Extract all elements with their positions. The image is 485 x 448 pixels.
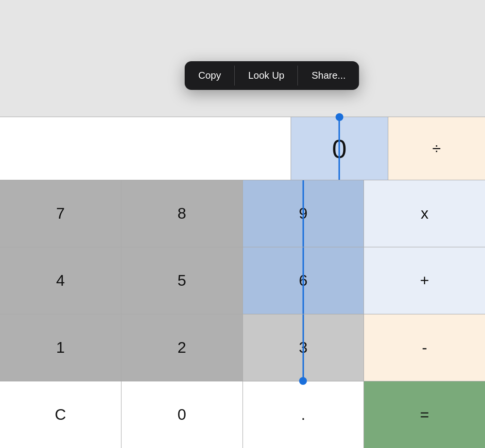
btn-5[interactable]: 5 bbox=[121, 247, 243, 314]
context-menu: Copy Look Up Share... bbox=[185, 61, 359, 90]
btn-row-3: 1 2 3 - bbox=[0, 314, 485, 381]
cursor-line-top bbox=[339, 117, 340, 180]
btn-row-1: 7 8 9 x bbox=[0, 180, 485, 247]
context-menu-arrow bbox=[265, 89, 279, 90]
btn-8[interactable]: 8 bbox=[121, 180, 243, 247]
btn-1[interactable]: 1 bbox=[0, 314, 121, 381]
display-empty bbox=[0, 117, 291, 180]
btn-9[interactable]: 9 bbox=[243, 180, 364, 247]
btn-equals[interactable]: = bbox=[364, 381, 485, 448]
selection-line-3 bbox=[302, 314, 304, 381]
btn-multiply[interactable]: x bbox=[364, 180, 485, 247]
btn-6[interactable]: 6 bbox=[243, 247, 364, 314]
btn-4[interactable]: 4 bbox=[0, 247, 121, 314]
btn-0[interactable]: 0 bbox=[121, 381, 243, 448]
btn-7[interactable]: 7 bbox=[0, 180, 121, 247]
cursor-dot-bottom bbox=[299, 377, 307, 385]
btn-dot[interactable]: . bbox=[243, 381, 364, 448]
btn-row-4: C 0 . = bbox=[0, 381, 485, 448]
btn-3[interactable]: 3 bbox=[243, 314, 364, 381]
context-menu-share[interactable]: Share... bbox=[298, 61, 359, 90]
btn-row-2: 4 5 6 + bbox=[0, 247, 485, 314]
button-grid: 7 8 9 x 4 5 6 + 1 2 3 bbox=[0, 180, 485, 448]
selection-line-9 bbox=[302, 180, 304, 247]
display-selected-cell: 0 bbox=[291, 117, 388, 180]
btn-plus[interactable]: + bbox=[364, 247, 485, 314]
btn-minus[interactable]: - bbox=[364, 314, 485, 381]
btn-clear[interactable]: C bbox=[0, 381, 121, 448]
cursor-dot-top bbox=[335, 113, 343, 121]
context-menu-lookup[interactable]: Look Up bbox=[235, 61, 298, 90]
display-op: ÷ bbox=[388, 117, 485, 180]
selection-line-6 bbox=[302, 247, 304, 314]
display-op-symbol: ÷ bbox=[433, 139, 441, 157]
display-row: 0 ÷ bbox=[0, 117, 485, 180]
calculator: 0 ÷ 7 8 9 x 4 5 6 + bbox=[0, 117, 485, 448]
context-menu-copy[interactable]: Copy bbox=[185, 61, 235, 90]
btn-2[interactable]: 2 bbox=[121, 314, 243, 381]
top-area bbox=[0, 0, 485, 117]
